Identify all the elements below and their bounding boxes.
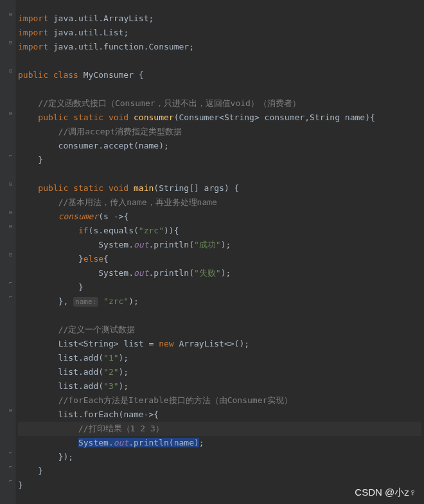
code-line[interactable]: list.add("3"); (18, 379, 421, 393)
code-line[interactable]: list.forEach(name->{ (18, 408, 421, 422)
code-line[interactable]: }); (18, 450, 421, 464)
code-line[interactable]: //调用accept消费指定类型数据 (18, 125, 421, 139)
code-line[interactable]: //打印结果（1 2 3） (18, 422, 421, 436)
code-line[interactable]: } (18, 464, 421, 478)
watermark: CSDN @小z♀ (355, 487, 416, 499)
code-line[interactable]: System.out.println("成功"); (18, 238, 421, 252)
code-line[interactable] (18, 167, 421, 181)
code-line[interactable]: public class MyConsumer { (18, 68, 421, 82)
fold-end-icon[interactable]: ⌐ (9, 478, 14, 483)
code-line[interactable]: System.out.println("失败"); (18, 266, 421, 280)
fold-collapse-icon[interactable]: ⊟ (9, 224, 14, 229)
code-line[interactable]: import java.util.ArrayList; (18, 12, 421, 26)
code-line[interactable]: List<String> list = new ArrayList<>(); (18, 337, 421, 351)
fold-end-icon[interactable]: ⌐ (9, 294, 14, 300)
fold-end-icon[interactable]: ⌐ (9, 450, 14, 455)
fold-collapse-icon[interactable]: ⊟ (9, 12, 14, 17)
fold-collapse-icon[interactable]: ⊟ (9, 210, 14, 215)
code-line[interactable]: //基本用法，传入name，再业务处理name (18, 195, 421, 210)
fold-end-icon[interactable]: ⌐ (9, 280, 14, 285)
code-line[interactable]: list.add("2"); (18, 365, 421, 379)
code-line[interactable]: //定义函数式接口（Consumer，只进不出，返回值void）（消费者） (18, 96, 421, 111)
code-line[interactable]: consumer.accept(name); (18, 139, 421, 153)
code-line[interactable]: import java.util.function.Consumer; (18, 40, 421, 54)
code-line[interactable]: //定义一个测试数据 (18, 323, 421, 337)
code-line[interactable] (18, 82, 421, 96)
code-line[interactable]: } (18, 280, 421, 294)
fold-collapse-icon[interactable]: ⊟ (9, 40, 14, 45)
fold-collapse-icon[interactable]: ⊟ (9, 181, 14, 186)
code-area[interactable]: import java.util.ArrayList;import java.u… (15, 0, 424, 504)
code-line[interactable]: }, name: "zrc"); (18, 294, 421, 309)
fold-collapse-icon[interactable]: ⊟ (9, 68, 14, 73)
code-line[interactable]: if(s.equals("zrc")){ (18, 224, 421, 238)
fold-end-icon[interactable]: ⌐ (9, 153, 14, 158)
code-line[interactable]: System.out.println(name); (18, 436, 421, 450)
code-line[interactable]: //forEach方法是Iterable接口的方法（由Consumer实现） (18, 393, 421, 408)
editor-gutter: ⊟⊟⊟⊟⌐⊟⊟⊟⊟⌐⌐⊟⌐⌐⌐ (0, 0, 15, 504)
fold-end-icon[interactable]: ⌐ (9, 464, 14, 469)
code-line[interactable] (18, 309, 421, 323)
fold-collapse-icon[interactable]: ⊟ (9, 111, 14, 116)
fold-collapse-icon[interactable]: ⊟ (9, 252, 14, 257)
code-line[interactable]: public static void main(String[] args) { (18, 181, 421, 195)
code-line[interactable]: public static void consumer(Consumer<Str… (18, 111, 421, 125)
code-editor: ⊟⊟⊟⊟⌐⊟⊟⊟⊟⌐⌐⊟⌐⌐⌐ import java.util.ArrayLi… (0, 0, 424, 504)
code-line[interactable] (18, 54, 421, 68)
code-line[interactable]: list.add("1"); (18, 351, 421, 365)
code-line[interactable]: } (18, 153, 421, 167)
code-line[interactable]: }else{ (18, 252, 421, 266)
fold-collapse-icon[interactable]: ⊟ (9, 408, 14, 413)
code-line[interactable]: import java.util.List; (18, 26, 421, 40)
code-line[interactable]: consumer(s ->{ (18, 210, 421, 224)
